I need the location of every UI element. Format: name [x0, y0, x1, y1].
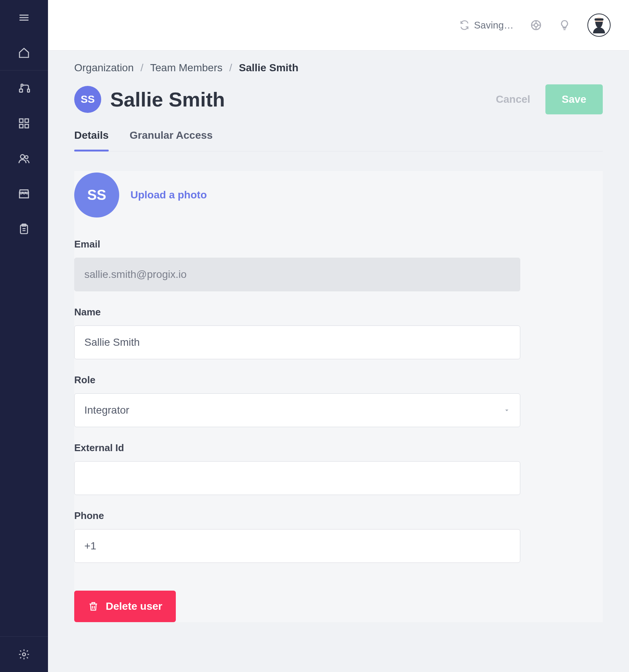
phone-label: Phone	[74, 510, 520, 522]
save-button[interactable]: Save	[545, 84, 603, 114]
lightbulb-icon[interactable]	[559, 19, 571, 31]
users-icon	[18, 153, 30, 165]
role-label: Role	[74, 374, 520, 386]
svg-point-5	[21, 84, 23, 86]
title-avatar: SS	[74, 86, 101, 113]
breadcrumb-separator: /	[141, 62, 144, 74]
email-label: Email	[74, 238, 520, 250]
externalid-input[interactable]	[74, 461, 520, 495]
tab-details[interactable]: Details	[74, 129, 109, 151]
tabs: Details Granular Access	[74, 129, 603, 152]
avatar-icon	[587, 13, 611, 37]
svg-rect-6	[19, 119, 23, 122]
sidebar-item-home[interactable]	[0, 35, 48, 70]
svg-rect-8	[19, 124, 23, 128]
email-input	[74, 258, 520, 291]
name-label: Name	[74, 306, 520, 318]
sidebar-toggle[interactable]	[0, 0, 48, 35]
sidebar-item-users[interactable]	[0, 141, 48, 176]
topbar: Saving…	[48, 0, 629, 51]
role-select[interactable]	[74, 393, 520, 427]
svg-point-16	[22, 653, 25, 656]
sidebar-item-notes[interactable]	[0, 212, 48, 247]
sidebar	[0, 0, 48, 672]
sync-icon	[459, 20, 470, 30]
page-title: Sallie Smith	[110, 88, 225, 111]
hamburger-icon	[18, 12, 30, 24]
svg-point-10	[21, 154, 25, 159]
svg-rect-3	[19, 89, 22, 92]
phone-input[interactable]	[74, 529, 520, 563]
svg-rect-7	[25, 119, 28, 122]
sidebar-item-settings[interactable]	[0, 637, 48, 672]
svg-rect-25	[595, 18, 604, 21]
svg-rect-9	[25, 124, 28, 128]
clipboard-icon	[18, 223, 30, 235]
delete-user-button[interactable]: Delete user	[74, 591, 176, 622]
breadcrumb-team-members[interactable]: Team Members	[150, 62, 223, 74]
breadcrumb-organization[interactable]: Organization	[74, 62, 134, 74]
svg-rect-4	[27, 89, 29, 92]
gear-icon	[18, 648, 30, 660]
breadcrumb-separator: /	[229, 62, 232, 74]
tab-granular-access[interactable]: Granular Access	[130, 129, 213, 151]
save-status: Saving…	[459, 20, 514, 31]
flow-icon	[18, 82, 30, 94]
name-input[interactable]	[74, 326, 520, 359]
breadcrumb-current: Sallie Smith	[239, 62, 298, 74]
details-panel: SS Upload a photo Email Name Role	[74, 171, 603, 622]
user-avatar[interactable]	[587, 13, 611, 37]
cancel-button[interactable]: Cancel	[496, 93, 530, 105]
breadcrumb: Organization / Team Members / Sallie Smi…	[74, 62, 603, 74]
grid-icon	[18, 117, 30, 129]
profile-photo-avatar: SS	[74, 172, 119, 218]
save-status-text: Saving…	[474, 20, 514, 31]
store-icon	[18, 188, 30, 200]
externalid-label: External Id	[74, 442, 520, 454]
delete-user-label: Delete user	[106, 600, 162, 612]
svg-point-11	[25, 156, 28, 159]
support-icon[interactable]	[530, 19, 542, 31]
svg-point-18	[534, 23, 538, 27]
trash-icon	[88, 601, 99, 612]
sidebar-item-flows[interactable]	[0, 70, 48, 106]
sidebar-item-store[interactable]	[0, 176, 48, 212]
sidebar-item-dashboard[interactable]	[0, 106, 48, 141]
home-icon	[18, 47, 30, 59]
upload-photo-button[interactable]: Upload a photo	[130, 189, 207, 201]
